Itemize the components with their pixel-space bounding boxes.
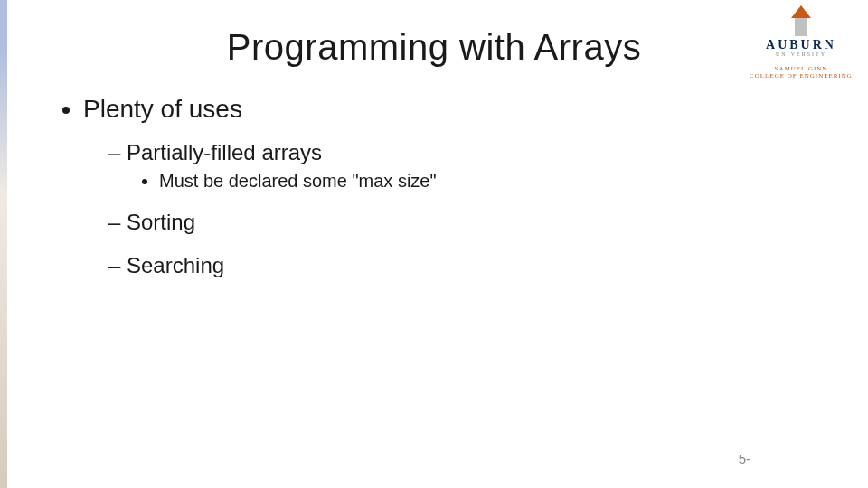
bullet-list-level2: Partially-filled arrays Must be declared… (83, 140, 814, 278)
bullet-list-level3: Must be declared some "max size" (127, 171, 814, 192)
logo-divider (756, 61, 846, 61)
bullet-l2b: Sorting (108, 210, 814, 235)
bullet-l3a: Must be declared some "max size" (159, 171, 814, 192)
logo-college-line2: COLLEGE OF ENGINEERING (747, 72, 855, 80)
page-number: 5- (739, 451, 750, 466)
slide-title: Programming with Arrays (54, 27, 814, 68)
bullet-l2b-text: Sorting (127, 210, 195, 234)
logo-university-sub: UNIVERSITY (747, 52, 855, 57)
bullet-l2a-text: Partially-filled arrays (127, 140, 322, 164)
tower-icon (791, 5, 811, 36)
bullet-l3a-text: Must be declared some "max size" (159, 171, 437, 191)
logo-university-name: AUBURN (747, 38, 855, 52)
bullet-list-level1: Plenty of uses Partially-filled arrays M… (54, 95, 814, 278)
bullet-l2c-text: Searching (127, 253, 224, 277)
logo-college-line1: SAMUEL GINN (747, 65, 855, 72)
bullet-l1: Plenty of uses Partially-filled arrays M… (83, 95, 814, 278)
university-logo: AUBURN UNIVERSITY SAMUEL GINN COLLEGE OF… (747, 5, 855, 80)
slide-container: AUBURN UNIVERSITY SAMUEL GINN COLLEGE OF… (0, 0, 868, 488)
bullet-l1-text: Plenty of uses (83, 95, 242, 123)
bullet-l2a: Partially-filled arrays Must be declared… (108, 140, 814, 192)
bullet-l2c: Searching (108, 253, 814, 278)
